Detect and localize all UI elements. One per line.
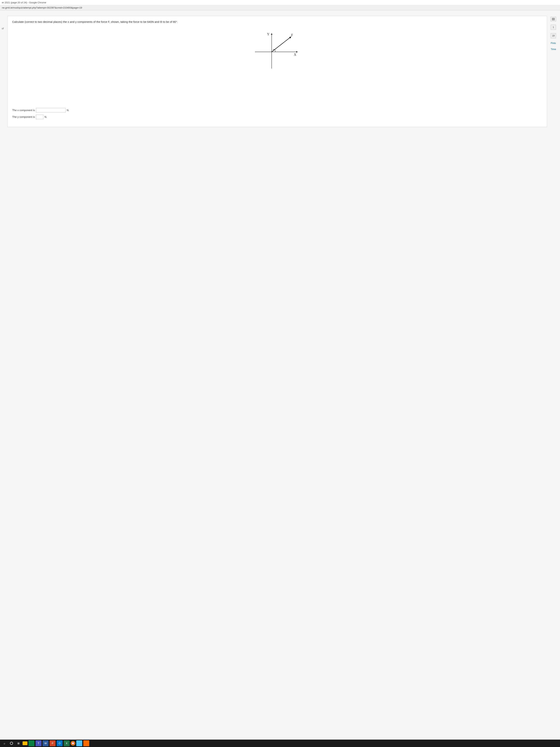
diagram-area: Y F X θ — [12, 30, 542, 104]
x-component-unit: N. — [67, 109, 69, 112]
question-card: Calculate (correct to two decimal places… — [7, 16, 547, 127]
nav-button-1[interactable]: 1 — [551, 25, 556, 30]
svg-marker-5 — [289, 37, 291, 38]
right-panel: 1 19 Finis Time — [551, 16, 558, 51]
svg-marker-3 — [271, 33, 272, 35]
y-component-input[interactable] — [36, 115, 43, 119]
diagram-svg — [251, 31, 303, 72]
left-panel-fragment: of — [0, 16, 4, 30]
theta-label: θ — [273, 49, 274, 52]
y-axis-label: Y — [267, 32, 269, 36]
nav-button-19[interactable]: 19 — [551, 33, 556, 38]
force-diagram: Y F X θ — [251, 31, 303, 72]
x-component-row: The x component is N. — [12, 108, 542, 112]
window-title: er 2021 (page 20 of 24) - Google Chrome — [0, 0, 560, 5]
svg-marker-1 — [296, 51, 298, 53]
url-bar[interactable]: ne.gmit.ie/mod/quiz/attempt.php?attempt=… — [0, 5, 560, 10]
x-axis-label: X — [294, 53, 296, 57]
question-prompt: Calculate (correct to two decimal places… — [12, 20, 542, 24]
y-component-row: The y component is N. — [12, 115, 542, 119]
time-label: Time — [551, 48, 556, 51]
y-component-label: The y component is — [12, 115, 35, 119]
x-component-input[interactable] — [36, 108, 65, 112]
y-component-unit: N. — [45, 115, 47, 119]
finish-link[interactable]: Finis — [551, 42, 556, 45]
answer-block: The x component is N. The y component is… — [12, 108, 542, 121]
main-layout: of Calculate (correct to two decimal pla… — [0, 10, 560, 129]
x-component-label: The x component is — [12, 109, 35, 112]
menu-icon[interactable] — [551, 17, 556, 21]
left-fragment-text: of — [2, 27, 4, 30]
force-f-label: F — [291, 33, 293, 37]
